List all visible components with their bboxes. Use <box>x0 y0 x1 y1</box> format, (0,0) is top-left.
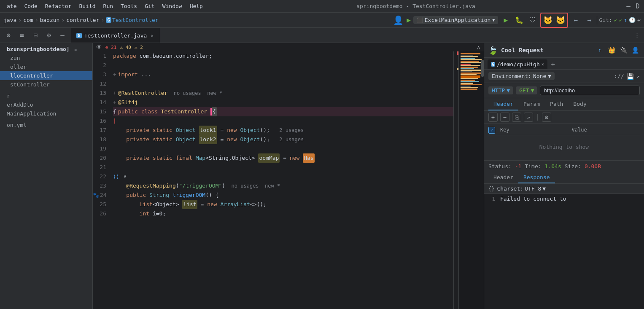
plugin-btn-1[interactable]: 🐱 <box>542 14 554 26</box>
debug-button[interactable]: 🐛 <box>513 14 525 26</box>
env-save-icon[interactable]: 💾 <box>627 73 634 80</box>
sidebar-item-oller[interactable]: oller <box>0 62 92 71</box>
status-section: Status: -1 Time: 1.04s Size: 0.00B <box>484 160 644 172</box>
param-key-col-header: Key <box>500 127 569 134</box>
sidebar-project-root[interactable]: bzunspringbootdemo] ✏ <box>0 45 92 54</box>
eye-icon[interactable]: 👁 <box>96 44 102 51</box>
coverage-button[interactable]: 🛡 <box>527 14 539 26</box>
code-line-3: + import ... <box>113 70 453 79</box>
menu-git[interactable]: Git <box>141 2 158 10</box>
menu-window[interactable]: Window <box>159 2 186 10</box>
req-tab-label: /demo/cpuHigh <box>497 61 540 67</box>
settings-param-icon[interactable]: ⚙ <box>542 113 551 122</box>
fold-icon-3[interactable]: + <box>113 70 116 79</box>
close-button[interactable]: D <box>635 3 641 9</box>
sidebar-item-testcontroller[interactable]: stController <box>0 80 92 89</box>
breadcrumb-com[interactable]: com <box>23 17 33 23</box>
structure-icon[interactable]: ≡ <box>16 30 28 41</box>
breadcrumb-testcontroller[interactable]: TestController <box>112 17 159 23</box>
nav-bar: java › com › baozun › controller › G Tes… <box>0 13 644 28</box>
remove-param-button[interactable]: − <box>500 113 509 122</box>
menu-code[interactable]: Code <box>21 2 40 10</box>
minimize-button[interactable]: — <box>625 3 631 9</box>
status-label: Status: <box>488 163 512 169</box>
breadcrumb-controller[interactable]: controller <box>66 17 99 23</box>
breadcrumb-baozun[interactable]: baozun <box>40 17 59 23</box>
tabs-overflow-icon[interactable]: ⋮ <box>630 32 644 38</box>
fold-icon-14[interactable]: + <box>113 98 116 107</box>
inner-tab-path[interactable]: Path <box>545 98 568 110</box>
panel-header-icons: ↑ 👑 🔌 👤 <box>595 46 640 55</box>
sidebar-root-label: bzunspringbootdemo] <box>7 46 70 52</box>
menu-tools[interactable]: Tools <box>117 2 140 10</box>
sidebar-label-mainapplication: MainApplication <box>7 110 56 117</box>
copy-param-button[interactable]: ⎘ <box>512 113 521 122</box>
crown-icon[interactable]: 👑 <box>607 46 616 55</box>
http-verb-arrow: ▼ <box>531 87 534 94</box>
error-count: ⊖ 21 <box>105 45 117 50</box>
minimap-scrollbar[interactable] <box>481 60 484 77</box>
inner-tab-header[interactable]: Header <box>488 98 518 110</box>
add-param-button[interactable]: + <box>488 113 498 122</box>
git-clock-icon[interactable]: 🕐 <box>629 17 636 23</box>
bookmarks-icon[interactable]: ⊟ <box>30 30 41 41</box>
param-table: ✓ Key Value Nothing to show <box>484 124 644 160</box>
sidebar-item-zun[interactable]: zun <box>0 54 92 62</box>
req-tab-close-icon[interactable]: ✕ <box>542 62 544 67</box>
expand-warnings-icon[interactable]: ∧ <box>477 44 480 51</box>
plugin-icon[interactable]: 🔌 <box>619 46 628 55</box>
resp-tab-header[interactable]: Header <box>488 172 518 183</box>
new-file-icon[interactable]: ⊕ <box>3 30 14 41</box>
nav-back-icon[interactable]: ← <box>570 14 582 26</box>
menu-run[interactable]: Run <box>100 2 116 10</box>
sidebar-item-mainapplication[interactable]: MainApplication <box>0 109 92 118</box>
charset-selector[interactable]: Charset: UTF-8 ▼ <box>497 185 546 192</box>
tab-close-icon[interactable]: ✕ <box>149 32 155 39</box>
env-link-icon[interactable]: :// <box>614 73 624 80</box>
sidebar-item-yml[interactable]: on.yml <box>0 121 92 129</box>
http-url-input[interactable] <box>540 86 640 95</box>
user-icon[interactable]: 👤 <box>631 46 640 55</box>
breadcrumb-java[interactable]: java <box>3 17 16 23</box>
http-verb-selector[interactable]: GET ▼ <box>516 86 537 94</box>
fold-icon-13[interactable]: + <box>113 89 116 98</box>
sidebar-item-eradddto[interactable]: erAddDto <box>0 100 92 109</box>
param-header-checkbox[interactable]: ✓ <box>488 127 495 134</box>
profile-button[interactable]: 👤 <box>392 14 404 26</box>
upload-icon[interactable]: ↑ <box>595 46 604 55</box>
req-tab-demo[interactable]: G /demo/cpuHigh ✕ <box>488 59 547 69</box>
edit-param-button[interactable]: ↗ <box>524 113 533 122</box>
git-undo-icon[interactable]: ↩ <box>637 17 641 23</box>
add-request-button[interactable]: + <box>548 60 558 69</box>
menu-help[interactable]: Help <box>186 2 206 10</box>
code-lines[interactable]: package com.baozun.controller; + import … <box>110 51 453 309</box>
inner-tab-param[interactable]: Param <box>518 98 545 110</box>
menu-ate[interactable]: ate <box>3 2 20 10</box>
sidebar-root-icon: ✏ <box>75 47 78 52</box>
env-export-icon[interactable]: ↗ <box>636 73 640 80</box>
settings-icon[interactable]: ⚙ <box>43 30 55 41</box>
sidebar-item-r[interactable]: r <box>0 91 92 100</box>
run-button[interactable]: ▶ <box>500 14 512 26</box>
env-selector[interactable]: Environment: None ▼ <box>488 72 555 80</box>
inner-tab-body[interactable]: Body <box>568 98 591 110</box>
git-check1-icon[interactable]: ✓ <box>614 17 617 23</box>
menu-refactor[interactable]: Refactor <box>42 2 75 10</box>
run-config-name: ExcelMainApplication <box>425 17 491 23</box>
minimize-panel-icon[interactable]: — <box>57 30 68 41</box>
tab-testcontroller[interactable]: G TestController.java ✕ <box>71 28 160 43</box>
resp-tab-response[interactable]: Response <box>518 172 555 183</box>
editor-scrollbar[interactable] <box>453 51 458 309</box>
sidebar-item-hellocontroller[interactable]: lloController <box>0 71 92 80</box>
http-method-selector[interactable]: HTTP ▼ <box>488 86 513 94</box>
git-push-icon[interactable]: ↑ <box>624 17 627 23</box>
info-count: ⚠ 2 <box>135 45 143 50</box>
size-value: 0.00B <box>585 163 601 169</box>
menu-build[interactable]: Build <box>75 2 99 10</box>
git-label: Git: <box>599 17 612 23</box>
nav-forward-icon[interactable]: → <box>583 14 595 26</box>
git-check2-icon[interactable]: ✓ <box>619 17 622 23</box>
plugin-btn-2[interactable]: 🐱 <box>555 14 566 26</box>
env-arrow-icon: ▼ <box>548 73 551 79</box>
run-config-selector[interactable]: ⬛ ExcelMainApplication ▼ <box>413 16 498 24</box>
